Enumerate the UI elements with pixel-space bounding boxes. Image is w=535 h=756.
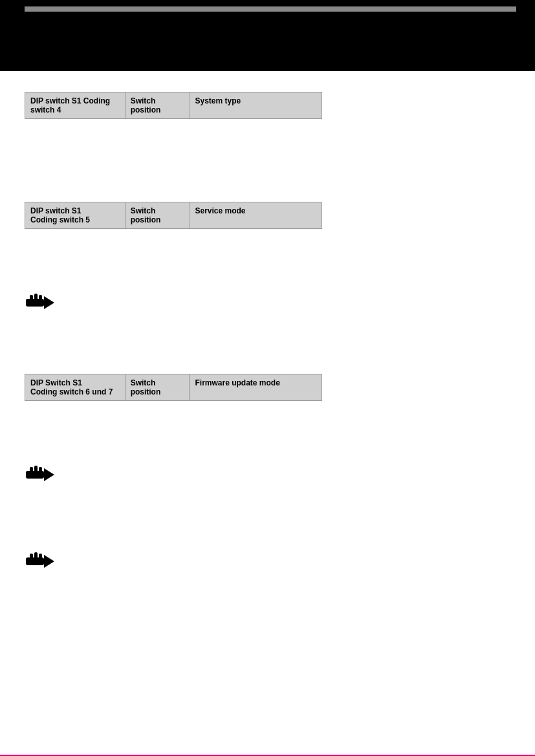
table-coding-switch-6-7: DIP Switch S1Coding switch 6 und 7 Switc… [25,374,322,401]
table2-col2-header: Switch position [125,202,190,229]
table3-col1-header: DIP Switch S1Coding switch 6 und 7 [25,374,126,401]
note3-text-after [25,579,510,603]
page: DIP switch S1 Coding switch 4 Switch pos… [0,6,535,756]
svg-rect-8 [34,466,38,472]
svg-marker-11 [44,555,54,568]
progress-bar [25,6,516,12]
table3-col2-header: Switch position [125,374,190,401]
table3-col3-header: Firmware update mode [190,374,322,401]
note-icon-3 [25,548,57,574]
section-1: DIP switch S1 Coding switch 4 Switch pos… [25,74,510,119]
section-note2-text [25,407,510,454]
svg-rect-14 [39,554,42,559]
main-content: DIP switch S1 Coding switch 4 Switch pos… [0,74,535,603]
svg-rect-4 [39,295,42,300]
table-coding-switch-5: DIP switch S1Coding switch 5 Switch posi… [25,202,322,229]
table2-col3-header: Service mode [190,202,322,229]
section-note-2 [25,407,510,539]
section-2: DIP switch S1Coding switch 5 Switch posi… [25,125,510,229]
svg-rect-12 [30,554,33,559]
note2-text-after [25,493,510,539]
section1-text-before [25,74,510,85]
svg-rect-3 [34,294,38,300]
svg-rect-9 [39,467,42,472]
svg-rect-2 [30,295,33,300]
table1-col1-header: DIP switch S1 Coding switch 4 [25,92,126,119]
svg-marker-1 [44,296,54,309]
section-3: DIP Switch S1Coding switch 6 und 7 Switc… [25,374,510,401]
table1-col3-header: System type [190,92,322,119]
svg-marker-6 [44,468,54,481]
table2-col1-header: DIP switch S1Coding switch 5 [25,202,126,229]
svg-rect-13 [34,552,38,559]
note-icon-1 [25,290,57,316]
top-header [0,6,535,71]
section-note-1 [25,235,510,367]
section-note1-text [25,235,510,282]
table1-col2-header: Switch position [125,92,190,119]
note-icon-2 [25,462,57,488]
svg-rect-7 [30,467,33,472]
note1-text-after [25,321,510,367]
section-note-3 [25,543,510,603]
table-coding-switch-4: DIP switch S1 Coding switch 4 Switch pos… [25,92,322,119]
section2-text-before [25,125,510,195]
